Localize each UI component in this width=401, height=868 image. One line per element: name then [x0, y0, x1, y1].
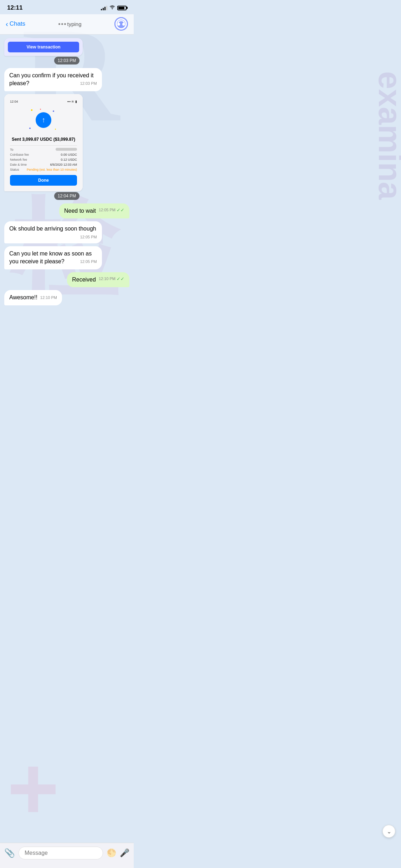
message-row: Awesome!! 12:10 PM [4, 290, 129, 305]
tx-to-value [56, 148, 77, 151]
tx-status-value: Pending (est. less than 10 minutes) [27, 168, 77, 171]
status-icons [101, 5, 127, 11]
tx-network-value: 0.12 USDC [61, 158, 77, 161]
tx-to-label: To [10, 148, 14, 151]
view-transaction-btn: View transaction [8, 42, 79, 52]
contact-avatar[interactable] [114, 17, 128, 31]
chat-area: View transaction 12:03 PM Can you confir… [0, 35, 134, 341]
typing-dots [58, 23, 66, 25]
wifi-icon [109, 5, 115, 11]
transaction-image-bubble[interactable]: View transaction [4, 38, 83, 56]
chat-header: ‹ Chats typing [0, 14, 134, 35]
header-center: typing [25, 21, 114, 27]
tx-network-row: Network fee 0.12 USDC [10, 158, 77, 161]
bubble-time: 12:05 PM [80, 259, 97, 264]
tx-date-label: Date & time [10, 163, 27, 166]
send-circle [36, 112, 51, 128]
back-button[interactable]: ‹ Chats [6, 20, 25, 28]
tx-fee-value: 0.00 USDC [61, 153, 77, 156]
send-animation [26, 108, 61, 133]
bubble-time: 12:03 PM [80, 81, 97, 86]
transaction-screenshot: 12:04 ▪▪▪ ≋ ▮ Sent 3,099.87 USDC ($3,099… [4, 94, 83, 191]
read-check: ✓✓ [117, 207, 124, 213]
bubble-text: Ok should be arriving soon though [9, 226, 96, 232]
typing-indicator: typing [25, 21, 114, 27]
incoming-bubble: Awesome!! 12:10 PM [4, 290, 62, 305]
payment-receipt-bubble[interactable]: 12:04 ▪▪▪ ≋ ▮ Sent 3,099.87 USDC ($3,099… [4, 94, 83, 191]
message-row: Received 12:10 PM ✓✓ [4, 272, 129, 287]
svg-point-0 [112, 8, 113, 9]
outgoing-bubble: Received 12:10 PM ✓✓ [67, 272, 129, 287]
chevron-left-icon: ‹ [6, 20, 8, 28]
tx-fee-row: Coinbase fee 0.00 USDC [10, 153, 77, 156]
tx-done-btn[interactable]: Done [10, 175, 77, 186]
tx-date-value: 6/6/2020 12:03 AM [50, 163, 77, 166]
send-icon-container [10, 108, 77, 133]
tx-date-row: Date & time 6/6/2020 12:03 AM [10, 163, 77, 166]
battery-icon [117, 6, 127, 10]
outgoing-bubble: Need to wait 12:05 PM ✓✓ [59, 203, 129, 218]
bubble-time: 12:05 PM [80, 234, 97, 240]
bubble-text: Can you let me know as soon as you recei… [9, 250, 92, 264]
incoming-bubble: Ok should be arriving soon though 12:05 … [4, 221, 102, 243]
tx-network-label: Network fee [10, 158, 27, 161]
tx-to-row: To [10, 148, 77, 151]
incoming-bubble: Can you confirm if you received it pleas… [4, 68, 102, 91]
bubble-time: 12:05 PM ✓✓ [99, 207, 124, 213]
message-row: Can you confirm if you received it pleas… [4, 68, 129, 91]
battery-fill [118, 7, 124, 9]
tx-divider [10, 145, 77, 146]
screenshot-icons: ▪▪▪ ≋ ▮ [67, 100, 77, 103]
incoming-bubble: Can you let me know as soon as you recei… [4, 246, 102, 269]
screenshot-statusbar: 12:04 ▪▪▪ ≋ ▮ [10, 100, 77, 103]
message-row: Ok should be arriving soon though 12:05 … [4, 221, 129, 243]
status-time: 12:11 [7, 4, 22, 11]
bubble-time: 12:10 PM ✓✓ [99, 276, 124, 282]
msg3-timestamp: 12:04 PM [54, 192, 79, 200]
status-bar: 12:11 [0, 0, 134, 14]
message-row: 12:04 ▪▪▪ ≋ ▮ Sent 3,099.87 USDC ($3,099… [4, 94, 129, 201]
signal-bar-3 [104, 7, 106, 10]
svg-point-3 [117, 23, 120, 26]
typing-text: typing [67, 21, 82, 27]
bubble-text: Received [72, 277, 96, 283]
bubble-text: Need to wait [64, 208, 96, 214]
tx-fee-label: Coinbase fee [10, 153, 29, 156]
signal-bar-2 [103, 8, 104, 10]
bubble-time: 12:10 PM [40, 295, 57, 300]
signal-bar-4 [106, 6, 107, 10]
typing-dot-2 [61, 23, 63, 25]
message-row: Can you let me know as soon as you recei… [4, 246, 129, 269]
typing-dot-3 [64, 23, 66, 25]
message-row: View transaction 12:03 PM [4, 38, 129, 65]
msg1-timestamp: 12:03 PM [54, 57, 79, 64]
screenshot-time: 12:04 [10, 100, 18, 103]
signal-bars-icon [101, 5, 107, 10]
tx-status-label: Status [10, 168, 19, 171]
svg-point-4 [122, 23, 125, 26]
read-check: ✓✓ [117, 276, 124, 282]
bubble-text: Awesome!! [9, 294, 37, 300]
typing-dot-1 [58, 23, 60, 25]
tx-status-row: Status Pending (est. less than 10 minute… [10, 168, 77, 171]
message-row: Need to wait 12:05 PM ✓✓ [4, 203, 129, 218]
back-label: Chats [10, 20, 25, 27]
tx-title: Sent 3,099.87 USDC ($3,099.87) [10, 137, 77, 142]
signal-bar-1 [101, 9, 102, 10]
